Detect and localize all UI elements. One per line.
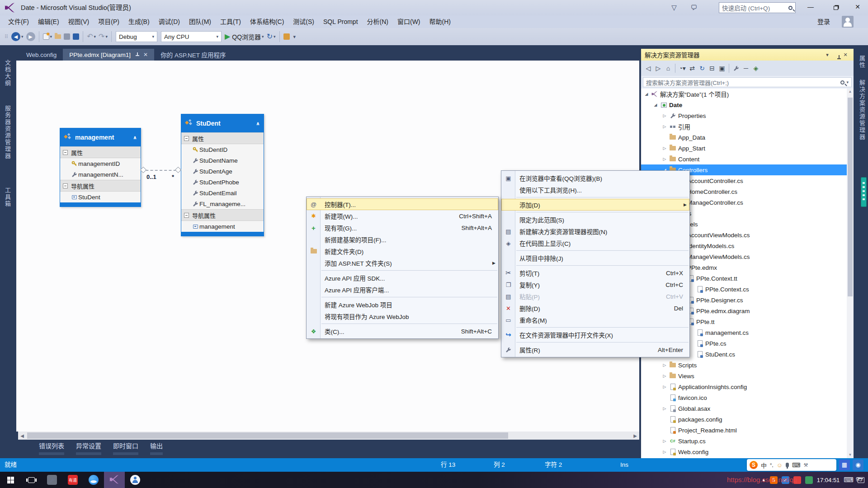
menu-item-2[interactable]: 编辑(E) — [33, 15, 64, 28]
property-row[interactable]: managementID — [60, 158, 141, 169]
save-button[interactable] — [64, 31, 70, 42]
property-row[interactable]: StuDentName — [181, 155, 264, 166]
back-icon[interactable]: ◁ — [644, 63, 653, 73]
property-row[interactable]: FL_manageme... — [181, 198, 264, 209]
tree-item-app_data[interactable]: App_Data — [641, 132, 847, 143]
scroll-right-icon[interactable]: ▶ — [631, 433, 639, 438]
home-icon[interactable]: ⌂ — [664, 63, 673, 73]
context-menu-item-13[interactable]: ❐复制(Y)Ctrl+C — [501, 279, 689, 291]
add-submenu-item-11[interactable]: 新建 Azure WebJob 项目 — [307, 299, 498, 310]
tree-item-web.config[interactable]: ▷Web.config — [641, 446, 847, 457]
grid-tile-icon[interactable]: ▦ — [839, 460, 850, 470]
solution-explorer-scrollbar[interactable]: ▲ ▼ — [847, 89, 854, 458]
context-menu-item-10[interactable]: 从项目中排除(J) — [501, 252, 689, 264]
search-options-icon[interactable]: ▾ — [846, 80, 849, 84]
visual-studio-app[interactable] — [104, 472, 125, 488]
scrollbar-thumb[interactable] — [27, 432, 508, 439]
ime-mode-indicator[interactable]: 中 — [761, 461, 767, 469]
context-menu-item-7[interactable]: ▤新建解决方案资源管理器视图(N) — [501, 225, 689, 237]
punctuation-icon[interactable]: °, — [770, 462, 773, 468]
minimize-button[interactable]: — — [800, 0, 821, 14]
add-submenu-item-4[interactable]: 新搭建基架的项目(F)... — [307, 234, 498, 245]
menu-item-7[interactable]: 团队(M) — [184, 15, 216, 28]
pending-changes-icon[interactable]: ◔▾ — [678, 63, 687, 73]
panel-tab-4[interactable]: 输出 — [150, 441, 163, 455]
mic-icon[interactable] — [786, 463, 789, 467]
entity-header[interactable]: management∧ — [60, 128, 141, 146]
right-rail-tab-1[interactable]: 属性 — [858, 55, 866, 69]
tree-item-packages.config[interactable]: packages.config — [641, 414, 847, 425]
entity-header[interactable]: StuDent∧ — [181, 114, 264, 132]
tree-item-global.asax[interactable]: ▷Global.asax — [641, 403, 847, 414]
close-panel-icon[interactable]: ✕ — [841, 52, 850, 58]
add-submenu-item-9[interactable]: Azure API 应用客户端... — [307, 284, 498, 296]
toolbar-grip[interactable]: ⠿ — [5, 34, 8, 40]
add-submenu-item-12[interactable]: 将现有项目作为 Azure WebJob — [307, 310, 498, 322]
left-rail-tab-3[interactable]: 工具箱 — [3, 187, 12, 207]
collapse-minus-icon[interactable] — [63, 183, 68, 188]
property-row[interactable]: StuDentEmail — [181, 188, 264, 198]
properties-wrench-icon[interactable] — [731, 63, 741, 73]
expanded-icon[interactable]: ◢ — [643, 92, 650, 96]
clock[interactable]: 17:04:51 — [817, 477, 840, 483]
property-row[interactable]: StuDentPhobe — [181, 177, 264, 188]
system-repair-app[interactable] — [42, 472, 62, 488]
redo-button[interactable]: ↷▾ — [99, 31, 108, 42]
collapse-minus-icon[interactable] — [63, 150, 68, 155]
notifications-filter-icon[interactable]: ▽ — [669, 3, 679, 12]
tree-item-content[interactable]: ▷Content — [641, 154, 847, 164]
editor-horizontal-scrollbar[interactable]: ◀ ▶ — [18, 432, 639, 440]
menu-item-11[interactable]: SQL Prompt — [319, 15, 363, 28]
collapse-all-icon[interactable]: ⊟ — [708, 63, 717, 73]
platform-dropdown[interactable]: Any CPU▾ — [161, 31, 222, 42]
context-menu-item-4[interactable]: 添加(D)▶ — [501, 199, 689, 211]
search-input[interactable]: 搜索解决方案资源管理器(Ctrl+;) ▾ — [643, 77, 852, 87]
collapsed-icon[interactable]: ▷ — [661, 146, 668, 150]
section-header[interactable]: 导航属性 — [181, 209, 264, 221]
tree-item-date1[interactable]: ◢解决方案“Date”(1 个项目) — [641, 89, 847, 99]
property-row[interactable]: managementN... — [60, 169, 141, 180]
tree-item-startup.cs[interactable]: ▷C#Startup.cs — [641, 436, 847, 446]
panel-tab-3[interactable]: 即时窗口 — [113, 441, 138, 455]
panel-tab-2[interactable]: 异常设置 — [76, 441, 101, 455]
context-menu-item-15[interactable]: ✕删除(D)Del — [501, 302, 689, 314]
context-menu-item-6[interactable]: 限定为此范围(S) — [501, 214, 689, 225]
tree-item-favicon.ico[interactable]: favicon.ico — [641, 392, 847, 403]
scroll-left-icon[interactable]: ◀ — [18, 433, 26, 438]
add-submenu-item-3[interactable]: +现有项(G)...Shift+Alt+A — [307, 222, 498, 234]
collapse-chevron-icon[interactable]: ∧ — [256, 121, 260, 127]
document-tab-2[interactable]: PPte.edmx [Diagram1]✕ — [63, 49, 154, 61]
section-header[interactable]: 导航属性 — [60, 180, 141, 192]
collapsed-icon[interactable]: ▷ — [661, 450, 668, 454]
start-button[interactable] — [0, 472, 21, 488]
context-menu-item-16[interactable]: ▭重命名(M) — [501, 314, 689, 326]
collapsed-icon[interactable]: ▷ — [661, 385, 668, 389]
panel-tab-1[interactable]: 错误列表 — [39, 441, 64, 455]
sogou-ime-bar[interactable]: S 中 °, ☺ ⌨ ⚒ — [747, 459, 836, 471]
shield-tray-icon[interactable] — [805, 476, 813, 484]
collapsed-icon[interactable]: ▷ — [661, 157, 668, 161]
close-button[interactable]: ✕ — [847, 0, 868, 14]
forward-icon[interactable]: ▷ — [654, 63, 663, 73]
menu-item-6[interactable]: 调试(D) — [154, 15, 184, 28]
document-tab-3[interactable]: 你的 ASP.NET 应用程序 — [154, 49, 232, 61]
context-menu-item-12[interactable]: ✂剪切(T)Ctrl+X — [501, 267, 689, 279]
scroll-up-icon[interactable]: ▲ — [847, 89, 854, 95]
context-menu-item-18[interactable]: ↪在文件资源管理器中打开文件夹(X) — [501, 329, 689, 341]
menu-item-4[interactable]: 项目(P) — [94, 15, 124, 28]
new-project-button[interactable]: ✱▾ — [43, 31, 52, 42]
close-tab-icon[interactable]: ✕ — [143, 52, 148, 58]
toolbar-overflow-button[interactable]: ▾ — [292, 31, 296, 42]
tree-item-[interactable]: ▷引用 — [641, 121, 847, 132]
tree-item-project_readme.html[interactable]: Project_Readme.html — [641, 425, 847, 436]
context-menu-item-2[interactable]: 使用以下工具浏览(H)... — [501, 184, 689, 196]
qq-browser-app[interactable] — [83, 472, 104, 488]
toolbox-icon[interactable]: ⚒ — [804, 462, 808, 468]
add-submenu-item-14[interactable]: ❖类(C)...Shift+Alt+C — [307, 325, 498, 337]
entity-management[interactable]: management∧属性managementIDmanagementN...导… — [60, 128, 141, 207]
property-row[interactable]: StuDentAge — [181, 166, 264, 177]
section-header[interactable]: 属性 — [181, 132, 264, 144]
switch-views-icon[interactable]: ⇄ — [688, 63, 697, 73]
add-submenu-item-8[interactable]: Azure API 应用 SDK... — [307, 272, 498, 284]
menu-item-1[interactable]: 文件(F) — [4, 15, 33, 28]
